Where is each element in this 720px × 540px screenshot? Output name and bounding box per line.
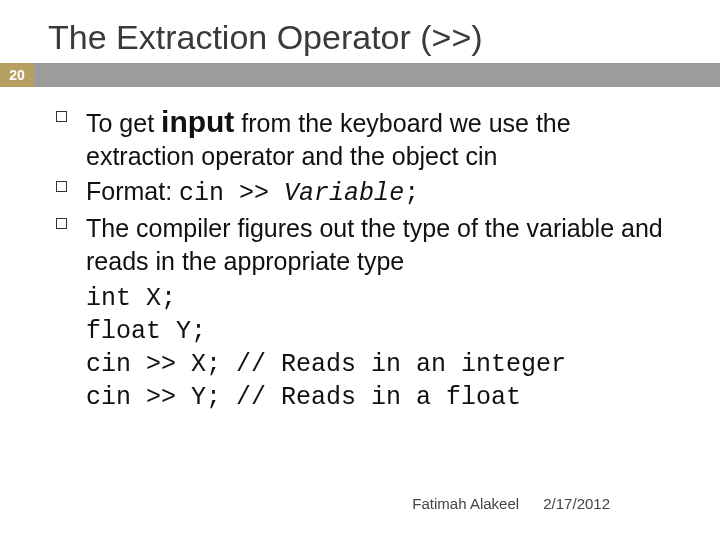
code-inline: ; (404, 179, 419, 208)
bullet-text: Format: (86, 177, 179, 205)
bullet-item: The compiler figures out the type of the… (56, 212, 680, 278)
code-line: cin >> Y; // Reads in a float (86, 383, 521, 412)
code-inline-variable: Variable (284, 179, 404, 208)
code-inline: cin >> (179, 179, 284, 208)
bullet-item: Format: cin >> Variable; (56, 175, 680, 210)
code-line: float Y; (86, 317, 206, 346)
code-line: int X; (86, 284, 176, 313)
slide-number-badge: 20 (0, 63, 34, 87)
code-block: int X; float Y; cin >> X; // Reads in an… (56, 282, 680, 414)
square-bullet-icon (56, 218, 67, 229)
code-line: cin >> X; // Reads in an integer (86, 350, 566, 379)
bullet-text: To get (86, 109, 161, 137)
emphasized-word: input (161, 105, 234, 138)
square-bullet-icon (56, 181, 67, 192)
header-band: 20 (0, 63, 720, 87)
bullet-text: The compiler figures out the type of the… (86, 214, 663, 275)
square-bullet-icon (56, 111, 67, 122)
bullet-list: To get input from the keyboard we use th… (56, 105, 680, 278)
slide-footer: Fatimah Alakeel 2/17/2012 (412, 495, 610, 512)
slide: The Extraction Operator (>>) 20 To get i… (0, 0, 720, 540)
slide-title: The Extraction Operator (>>) (0, 0, 720, 63)
bullet-item: To get input from the keyboard we use th… (56, 105, 680, 173)
slide-body: To get input from the keyboard we use th… (0, 87, 720, 414)
footer-author: Fatimah Alakeel (412, 495, 519, 512)
footer-date: 2/17/2012 (543, 495, 610, 512)
